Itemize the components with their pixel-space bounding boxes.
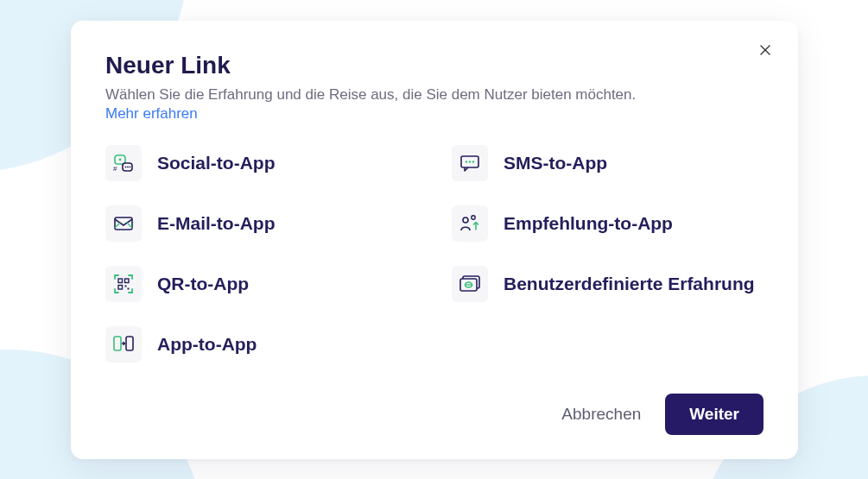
option-label: QR-to-App xyxy=(157,274,249,294)
svg-point-12 xyxy=(472,161,474,162)
svg-rect-16 xyxy=(118,279,123,283)
social-icon: # xyxy=(105,145,142,181)
svg-rect-13 xyxy=(115,217,132,230)
qr-icon xyxy=(105,266,142,302)
option-label: Empfehlung-to-App xyxy=(504,213,673,234)
option-label: SMS-to-App xyxy=(504,153,607,173)
cancel-button[interactable]: Abbrechen xyxy=(556,396,646,432)
close-button[interactable] xyxy=(755,40,776,60)
modal-title: Neuer Link xyxy=(105,52,763,79)
svg-point-15 xyxy=(472,216,475,219)
close-icon xyxy=(760,45,770,55)
option-label: E-Mail-to-App xyxy=(157,213,275,234)
svg-rect-26 xyxy=(126,337,133,350)
options-grid: # Social-to-App SMS-to-App xyxy=(105,145,763,362)
option-social-to-app[interactable]: # Social-to-App xyxy=(105,145,417,181)
svg-rect-17 xyxy=(125,279,130,283)
svg-point-6 xyxy=(125,166,127,167)
option-label: Social-to-App xyxy=(157,153,276,173)
svg-point-11 xyxy=(469,161,471,162)
option-qr-to-app[interactable]: QR-to-App xyxy=(105,266,417,302)
svg-point-8 xyxy=(130,166,131,167)
app-to-app-icon xyxy=(105,326,142,362)
option-referral-to-app[interactable]: Empfehlung-to-App xyxy=(452,205,763,242)
custom-experience-icon xyxy=(452,266,488,302)
email-icon xyxy=(105,205,142,242)
modal-subtitle: Wählen Sie die Erfahrung und die Reise a… xyxy=(105,85,763,105)
referral-icon xyxy=(452,205,488,242)
option-app-to-app[interactable]: App-to-App xyxy=(105,326,417,362)
svg-point-7 xyxy=(127,166,129,167)
option-email-to-app[interactable]: E-Mail-to-App xyxy=(105,205,417,242)
new-link-modal: Neuer Link Wählen Sie die Erfahrung und … xyxy=(71,21,798,459)
svg-point-10 xyxy=(466,161,467,162)
svg-rect-20 xyxy=(128,287,130,289)
svg-rect-19 xyxy=(125,285,127,287)
svg-point-3 xyxy=(119,158,122,161)
svg-rect-25 xyxy=(114,337,121,350)
option-label: Benutzerdefinierte Erfahrung xyxy=(504,274,755,294)
learn-more-link[interactable]: Mehr erfahren xyxy=(105,105,198,123)
next-button[interactable]: Weiter xyxy=(665,394,763,435)
modal-footer: Abbrechen Weiter xyxy=(556,394,763,435)
option-sms-to-app[interactable]: SMS-to-App xyxy=(452,145,763,181)
svg-rect-18 xyxy=(118,285,123,289)
option-custom-experience[interactable]: Benutzerdefinierte Erfahrung xyxy=(452,266,763,302)
option-label: App-to-App xyxy=(157,334,257,355)
svg-point-14 xyxy=(463,217,468,223)
svg-text:#: # xyxy=(113,165,117,173)
sms-icon xyxy=(452,145,488,181)
